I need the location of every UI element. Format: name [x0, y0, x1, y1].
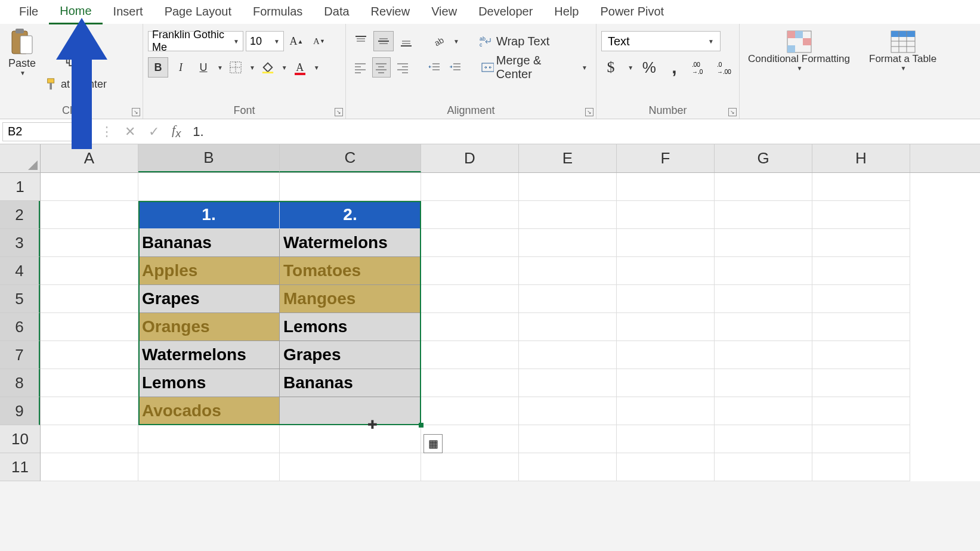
increase-indent-button[interactable]	[446, 57, 465, 78]
accounting-format-button[interactable]: $	[601, 57, 620, 78]
cut-button[interactable]	[42, 26, 110, 47]
cell-B9[interactable]: Avocados	[138, 397, 280, 425]
chevron-down-icon[interactable]: ▼	[627, 64, 633, 71]
row-header-6[interactable]: 6	[0, 313, 40, 341]
bold-button[interactable]: B	[148, 57, 168, 78]
col-header-G[interactable]: G	[715, 144, 812, 172]
tab-view[interactable]: View	[421, 0, 468, 23]
borders-button[interactable]	[225, 57, 246, 78]
col-header-C[interactable]: C	[280, 144, 421, 172]
row-header-11[interactable]: 11	[0, 453, 40, 481]
paste-button[interactable]: Paste ▼	[5, 26, 39, 78]
decrease-decimal-button[interactable]: .0→.00	[715, 57, 734, 78]
row-header-2[interactable]: 2	[0, 201, 40, 229]
row-header-1[interactable]: 1	[0, 173, 40, 201]
fill-color-button[interactable]	[258, 57, 278, 78]
quick-analysis-button[interactable]: ▦	[423, 434, 443, 453]
row-header-8[interactable]: 8	[0, 369, 40, 397]
format-as-table-button[interactable]: Format a Table▼	[865, 29, 940, 73]
cell-C3[interactable]: Watermelons	[280, 229, 421, 257]
decrease-font-button[interactable]: A▼	[309, 31, 329, 51]
chevron-down-icon[interactable]: ▼	[81, 128, 86, 135]
font-size-select[interactable]: 10▼	[246, 31, 284, 51]
align-top-button[interactable]	[351, 31, 371, 51]
cell-B3[interactable]: Bananas	[138, 229, 280, 257]
col-header-D[interactable]: D	[421, 144, 519, 172]
cells[interactable]: 1. 2. Bananas Watermelons Apples Tomatoe…	[41, 173, 910, 481]
row-header-9[interactable]: 9	[0, 397, 40, 425]
col-header-B[interactable]: B	[138, 144, 280, 172]
chevron-down-icon[interactable]: ▼	[217, 64, 223, 71]
chevron-down-icon[interactable]: ▼	[274, 38, 280, 45]
font-launcher-icon[interactable]: ↘	[335, 108, 343, 116]
copy-button[interactable]: ▼	[42, 50, 110, 70]
align-bottom-button[interactable]	[396, 31, 416, 51]
fill-handle[interactable]	[419, 423, 423, 428]
col-header-E[interactable]: E	[519, 144, 617, 172]
align-right-button[interactable]	[393, 57, 412, 78]
formula-input[interactable]: 1.	[187, 124, 980, 140]
tab-home[interactable]: Home	[49, 0, 102, 24]
number-format-select[interactable]: Text▼	[601, 31, 721, 51]
row-header-4[interactable]: 4	[0, 257, 40, 285]
chevron-down-icon[interactable]: ▼	[249, 64, 255, 71]
number-launcher-icon[interactable]: ↘	[728, 108, 737, 116]
row-header-10[interactable]: 10	[0, 425, 40, 453]
chevron-down-icon[interactable]: ▼	[82, 57, 88, 64]
enter-formula-button[interactable]: ✓	[142, 119, 166, 144]
align-middle-button[interactable]	[373, 31, 394, 51]
tab-formulas[interactable]: Formulas	[242, 0, 313, 23]
cell-C6[interactable]: Lemons	[280, 313, 421, 341]
align-center-button[interactable]	[372, 57, 391, 78]
cell-C4[interactable]: Tomatoes	[280, 257, 421, 285]
chevron-down-icon[interactable]: ▼	[453, 38, 459, 45]
row-header-5[interactable]: 5	[0, 285, 40, 313]
tab-developer[interactable]: Developer	[468, 0, 543, 23]
percent-format-button[interactable]: %	[639, 57, 659, 78]
tab-review[interactable]: Review	[360, 0, 421, 23]
row-header-7[interactable]: 7	[0, 341, 40, 369]
name-box[interactable]: B2▼	[2, 122, 92, 141]
tab-data[interactable]: Data	[313, 0, 360, 23]
cell-B7[interactable]: Watermelons	[138, 341, 280, 369]
cell-C2[interactable]: 2.	[280, 201, 421, 229]
chevron-down-icon[interactable]: ▼	[314, 64, 320, 71]
align-left-button[interactable]	[351, 57, 370, 78]
merge-center-button[interactable]: Merge & Center ▼	[477, 57, 591, 78]
decrease-indent-button[interactable]	[425, 57, 444, 78]
chevron-down-icon[interactable]: ▼	[582, 64, 588, 71]
cell-B8[interactable]: Lemons	[138, 369, 280, 397]
chevron-down-icon[interactable]: ▼	[797, 65, 803, 72]
alignment-launcher-icon[interactable]: ↘	[585, 108, 593, 116]
font-color-button[interactable]: A	[290, 57, 310, 78]
cell-C9[interactable]	[280, 397, 421, 425]
italic-button[interactable]: I	[171, 57, 191, 78]
col-header-F[interactable]: F	[617, 144, 715, 172]
cell-B4[interactable]: Apples	[138, 257, 280, 285]
cell-B2[interactable]: 1.	[138, 201, 280, 229]
tab-power-pivot[interactable]: Power Pivot	[589, 0, 675, 23]
cancel-formula-button[interactable]: ✕	[118, 119, 142, 144]
conditional-formatting-button[interactable]: Conditional Formatting▼	[744, 29, 854, 73]
select-all-button[interactable]	[0, 144, 41, 172]
comma-format-button[interactable]: ,	[664, 57, 684, 78]
format-painter-button[interactable]: at Painter	[42, 74, 110, 94]
tab-insert[interactable]: Insert	[103, 0, 154, 23]
cell-B5[interactable]: Grapes	[138, 285, 280, 313]
chevron-down-icon[interactable]: ▼	[282, 64, 287, 71]
underline-button[interactable]: U	[193, 57, 214, 78]
chevron-down-icon[interactable]: ▼	[708, 38, 714, 45]
tab-page-layout[interactable]: Page Layout	[154, 0, 242, 23]
fx-icon[interactable]: fx	[172, 122, 181, 140]
increase-font-button[interactable]: A▲	[286, 31, 307, 51]
wrap-text-button[interactable]: abc Wrap Text	[476, 31, 553, 51]
chevron-down-icon[interactable]: ▼	[233, 38, 239, 45]
row-header-3[interactable]: 3	[0, 229, 40, 257]
cell-C7[interactable]: Grapes	[280, 341, 421, 369]
orientation-button[interactable]: ab	[429, 31, 450, 51]
clipboard-launcher-icon[interactable]: ↘	[132, 108, 140, 116]
tab-file[interactable]: File	[8, 0, 49, 23]
tab-help[interactable]: Help	[543, 0, 589, 23]
col-header-A[interactable]: A	[41, 144, 138, 172]
chevron-down-icon[interactable]: ▼	[901, 65, 907, 72]
